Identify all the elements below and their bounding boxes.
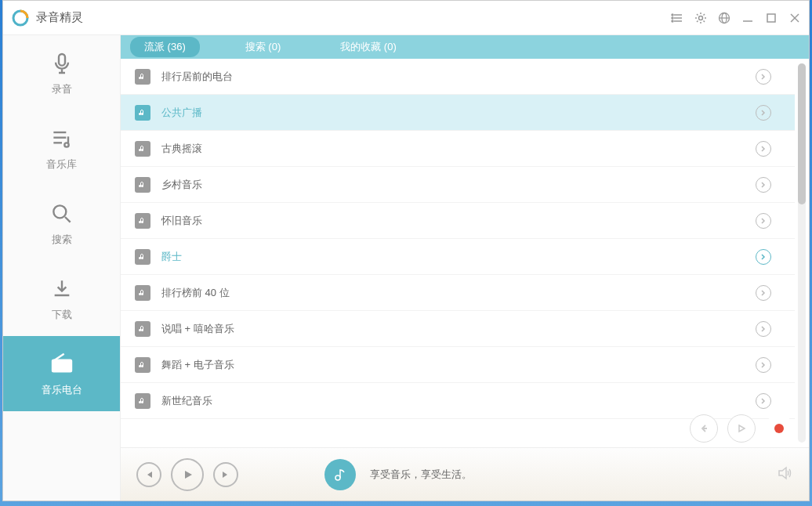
record-dot-icon	[774, 424, 784, 433]
sidebar-item-search[interactable]: 搜索	[3, 186, 120, 261]
svg-point-4	[672, 14, 673, 16]
main-panel: 流派 (36) 搜索 (0) 我的收藏 (0) 排行居前的电台 公共广播	[121, 35, 809, 501]
svg-rect-12	[767, 14, 775, 22]
list-item-label: 新世纪音乐	[161, 394, 756, 408]
list-item-label: 乡村音乐	[161, 178, 756, 192]
scrollbar-thumb[interactable]	[798, 63, 806, 204]
list-icon[interactable]	[671, 12, 683, 24]
tabs-bar: 流派 (36) 搜索 (0) 我的收藏 (0)	[121, 35, 809, 59]
maximize-icon[interactable]	[765, 12, 778, 24]
list-item-label: 排行榜前 40 位	[161, 286, 756, 300]
now-playing-icon	[324, 459, 356, 490]
list-item[interactable]: 排行居前的电台	[121, 59, 795, 95]
list-area: 排行居前的电台 公共广播 古典摇滚 乡村	[121, 59, 809, 447]
genre-list: 排行居前的电台 公共广播 古典摇滚 乡村	[121, 59, 795, 447]
back-button[interactable]	[690, 414, 718, 443]
tab-genre[interactable]: 流派 (36)	[130, 37, 200, 57]
list-item[interactable]: 排行榜前 40 位	[121, 275, 795, 311]
volume-icon[interactable]	[776, 464, 793, 485]
scrollbar[interactable]	[798, 63, 806, 443]
list-item-label: 公共广播	[161, 106, 756, 120]
app-logo-icon	[11, 9, 30, 27]
music-note-icon	[135, 141, 150, 157]
radio-icon	[49, 352, 74, 377]
chevron-right-icon	[756, 69, 771, 85]
mic-icon	[49, 51, 74, 76]
music-note-icon	[135, 357, 150, 373]
svg-rect-15	[59, 54, 65, 66]
sidebar: 录音 音乐库 搜索 下载 音乐电台	[3, 35, 121, 501]
list-item[interactable]: 古典摇滚	[121, 131, 795, 167]
sidebar-item-label: 音乐库	[46, 157, 77, 172]
now-playing: 享受音乐，享受生活。	[324, 459, 472, 490]
svg-point-27	[335, 475, 340, 480]
library-icon	[49, 126, 74, 151]
app-body: 录音 音乐库 搜索 下载 音乐电台 流派 (36) 搜索 (0)	[3, 35, 809, 501]
chevron-right-icon	[756, 357, 771, 373]
music-note-icon	[135, 105, 150, 121]
app-window: 录音精灵 录音 音乐库 搜索 下载	[2, 0, 810, 501]
chevron-right-icon	[756, 285, 771, 301]
list-item[interactable]: 乡村音乐	[121, 167, 795, 203]
prev-button[interactable]	[136, 462, 161, 487]
svg-point-5	[672, 17, 673, 19]
sidebar-item-label: 搜索	[52, 233, 72, 247]
list-item-label: 爵士	[161, 250, 756, 264]
playback-controls	[136, 458, 238, 491]
svg-point-23	[63, 363, 69, 369]
music-note-icon	[135, 69, 150, 85]
titlebar-actions	[671, 12, 801, 24]
play-button[interactable]	[727, 414, 756, 443]
music-note-icon	[135, 177, 150, 193]
record-button[interactable]	[765, 414, 793, 443]
titlebar: 录音精灵	[3, 1, 809, 35]
list-item[interactable]: 爵士	[121, 239, 795, 275]
chevron-right-icon	[756, 213, 771, 229]
tab-favorites[interactable]: 我的收藏 (0)	[326, 37, 411, 57]
chevron-right-icon	[756, 393, 771, 409]
sidebar-item-library[interactable]: 音乐库	[3, 110, 120, 186]
svg-point-6	[672, 20, 673, 22]
music-note-icon	[135, 249, 150, 265]
chevron-right-icon	[756, 249, 771, 265]
list-item-label: 怀旧音乐	[161, 214, 756, 228]
sidebar-item-radio[interactable]: 音乐电台	[3, 336, 120, 411]
recording-controls	[690, 414, 793, 443]
svg-point-20	[53, 205, 66, 218]
list-item[interactable]: 说唱 + 嘻哈音乐	[121, 311, 795, 347]
gear-icon[interactable]	[694, 12, 707, 24]
list-item[interactable]: 怀旧音乐	[121, 203, 795, 239]
list-item-label: 舞蹈 + 电子音乐	[161, 358, 756, 372]
play-pause-button[interactable]	[171, 458, 204, 491]
list-item[interactable]: 舞蹈 + 电子音乐	[121, 347, 795, 383]
player-bar: 享受音乐，享受生活。	[121, 447, 809, 501]
tab-search[interactable]: 搜索 (0)	[231, 37, 295, 57]
sidebar-item-label: 音乐电台	[42, 383, 82, 397]
globe-icon[interactable]	[718, 12, 730, 24]
download-icon	[49, 276, 74, 302]
app-title: 录音精灵	[36, 10, 671, 25]
chevron-right-icon	[756, 321, 771, 337]
list-item[interactable]: 公共广播	[121, 95, 795, 131]
svg-point-19	[64, 143, 68, 146]
sidebar-item-label: 下载	[52, 308, 72, 322]
music-note-icon	[135, 285, 150, 301]
list-item-label: 说唱 + 嘻哈音乐	[161, 322, 756, 336]
search-icon	[49, 201, 74, 226]
close-icon[interactable]	[788, 12, 801, 24]
svg-line-26	[54, 354, 63, 360]
list-item-label: 古典摇滚	[161, 142, 756, 156]
chevron-right-icon	[756, 177, 771, 193]
sidebar-item-download[interactable]: 下载	[3, 261, 120, 336]
sidebar-item-label: 录音	[52, 82, 72, 96]
sidebar-item-record[interactable]: 录音	[3, 35, 120, 110]
svg-line-21	[65, 217, 71, 222]
music-note-icon	[135, 321, 150, 337]
next-button[interactable]	[213, 462, 238, 487]
svg-point-7	[699, 16, 703, 20]
chevron-right-icon	[756, 141, 771, 157]
player-status-text: 享受音乐，享受生活。	[370, 468, 472, 482]
minimize-icon[interactable]	[741, 12, 754, 24]
list-item-label: 排行居前的电台	[161, 70, 756, 84]
chevron-right-icon	[756, 105, 771, 121]
